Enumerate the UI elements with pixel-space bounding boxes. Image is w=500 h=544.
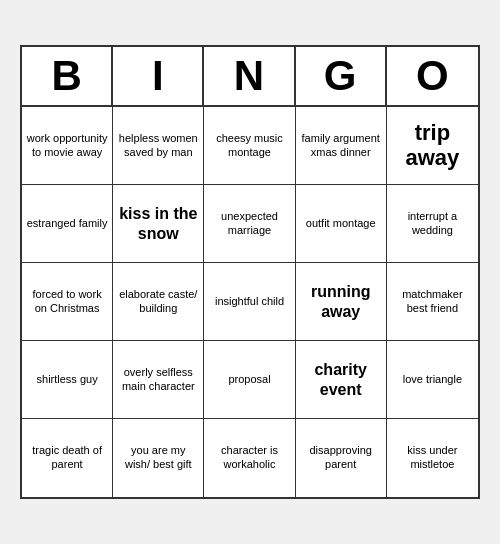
cell-text: insightful child bbox=[208, 295, 290, 309]
bingo-header-letter: O bbox=[387, 47, 478, 105]
cell-text: love triangle bbox=[391, 373, 474, 387]
cell-text: proposal bbox=[208, 373, 290, 387]
bingo-cell: charity event bbox=[296, 341, 387, 419]
bingo-cell: work opportunity to movie away bbox=[22, 107, 113, 185]
bingo-cell: cheesy music montage bbox=[204, 107, 295, 185]
bingo-cell: trip away bbox=[387, 107, 478, 185]
bingo-header-letter: B bbox=[22, 47, 113, 105]
cell-text: shirtless guy bbox=[26, 373, 108, 387]
cell-text: trip away bbox=[391, 121, 474, 169]
cell-text: overly selfless main character bbox=[117, 366, 199, 394]
bingo-cell: helpless women saved by man bbox=[113, 107, 204, 185]
cell-text: kiss under mistletoe bbox=[391, 444, 474, 472]
bingo-cell: proposal bbox=[204, 341, 295, 419]
cell-text: interrupt a wedding bbox=[391, 210, 474, 238]
bingo-header-letter: G bbox=[296, 47, 387, 105]
cell-text: you are my wish/ best gift bbox=[117, 444, 199, 472]
bingo-cell: elaborate caste/ building bbox=[113, 263, 204, 341]
cell-text: estranged family bbox=[26, 217, 108, 231]
bingo-cell: family argument xmas dinner bbox=[296, 107, 387, 185]
cell-text: kiss in the snow bbox=[117, 204, 199, 242]
bingo-cell: shirtless guy bbox=[22, 341, 113, 419]
bingo-header-letter: N bbox=[204, 47, 295, 105]
bingo-cell: love triangle bbox=[387, 341, 478, 419]
bingo-header-letter: I bbox=[113, 47, 204, 105]
cell-text: running away bbox=[300, 282, 382, 320]
bingo-cell: estranged family bbox=[22, 185, 113, 263]
cell-text: charity event bbox=[300, 360, 382, 398]
bingo-cell: interrupt a wedding bbox=[387, 185, 478, 263]
bingo-cell: outfit montage bbox=[296, 185, 387, 263]
bingo-cell: forced to work on Christmas bbox=[22, 263, 113, 341]
bingo-card: BINGO work opportunity to movie awayhelp… bbox=[20, 45, 480, 499]
cell-text: disapproving parent bbox=[300, 444, 382, 472]
cell-text: helpless women saved by man bbox=[117, 132, 199, 160]
cell-text: forced to work on Christmas bbox=[26, 288, 108, 316]
bingo-grid: work opportunity to movie awayhelpless w… bbox=[22, 107, 478, 497]
bingo-cell: you are my wish/ best gift bbox=[113, 419, 204, 497]
cell-text: cheesy music montage bbox=[208, 132, 290, 160]
cell-text: outfit montage bbox=[300, 217, 382, 231]
bingo-cell: running away bbox=[296, 263, 387, 341]
cell-text: character is workaholic bbox=[208, 444, 290, 472]
bingo-cell: kiss under mistletoe bbox=[387, 419, 478, 497]
cell-text: work opportunity to movie away bbox=[26, 132, 108, 160]
bingo-header: BINGO bbox=[22, 47, 478, 107]
cell-text: tragic death of parent bbox=[26, 444, 108, 472]
bingo-cell: kiss in the snow bbox=[113, 185, 204, 263]
bingo-cell: matchmaker best friend bbox=[387, 263, 478, 341]
cell-text: unexpected marriage bbox=[208, 210, 290, 238]
bingo-cell: character is workaholic bbox=[204, 419, 295, 497]
cell-text: family argument xmas dinner bbox=[300, 132, 382, 160]
bingo-cell: overly selfless main character bbox=[113, 341, 204, 419]
bingo-cell: disapproving parent bbox=[296, 419, 387, 497]
bingo-cell: unexpected marriage bbox=[204, 185, 295, 263]
bingo-cell: insightful child bbox=[204, 263, 295, 341]
bingo-cell: tragic death of parent bbox=[22, 419, 113, 497]
cell-text: matchmaker best friend bbox=[391, 288, 474, 316]
cell-text: elaborate caste/ building bbox=[117, 288, 199, 316]
